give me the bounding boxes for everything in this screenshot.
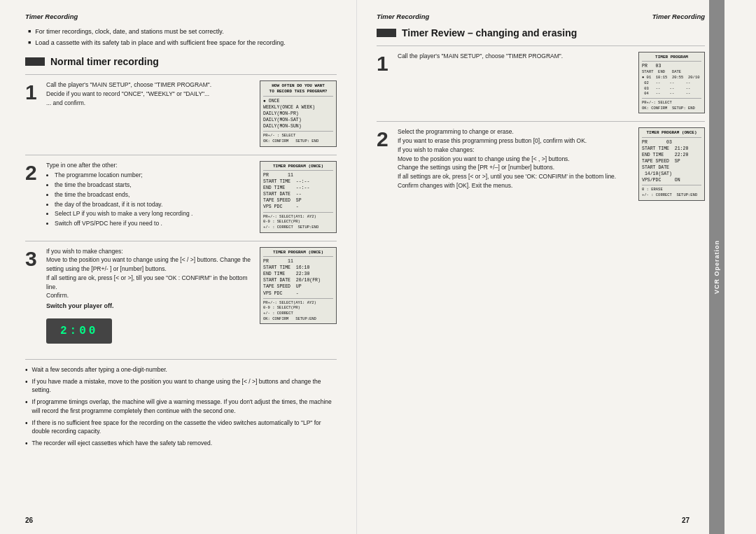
left-page-header: Timer Recording	[25, 13, 337, 20]
step-1-image: HOW OFTEN DO YOU WANTTO RECORD THIS PROG…	[260, 80, 337, 149]
vcr-sidebar-label: VCR Operation	[713, 240, 720, 294]
step-1-content: Call the player's "MAIN SETUP", choose "…	[46, 80, 254, 108]
right-step-2-row: 2 Select the programming to change or er…	[377, 121, 705, 208]
step-3-row: 3 If you wish to make changes: Move to t…	[25, 241, 337, 352]
step-1-row: 1 Call the player's "MAIN SETUP", choose…	[25, 74, 337, 155]
step-1-number: 1	[25, 82, 41, 103]
right-step-2-number: 2	[377, 129, 392, 150]
right-page-header: Timer Recording Timer Recording	[377, 13, 705, 20]
step-2-content: Type in one after the other: The program…	[46, 161, 254, 229]
step-2-row: 2 Type in one after the other: The progr…	[25, 155, 337, 241]
right-step-2-image: TIMER PROGRAM (ONCE) PR 03 START TIME 21…	[638, 127, 705, 202]
note-4: If there is no sufficient free space for…	[25, 419, 337, 437]
step-3-content: If you wish to make changes: Move to the…	[46, 247, 254, 346]
right-step-1-row: 1 Call the player's "MAIN SETUP", choose…	[377, 45, 705, 121]
intro-bullets: For timer recordings, clock, date, and s…	[25, 27, 337, 48]
right-step-1-content: Call the player's "MAIN SETUP", choose "…	[398, 52, 633, 62]
note-1: Wait a few seconds after typing a one-di…	[25, 365, 337, 374]
note-2: If you have made a mistake, move to the …	[25, 377, 337, 395]
right-step-2-screen: TIMER PROGRAM (ONCE) PR 03 START TIME 21…	[638, 127, 705, 200]
step-3-number: 3	[25, 248, 41, 269]
step-2-number: 2	[25, 162, 41, 183]
switch-off-note: Switch your player off.	[46, 302, 254, 311]
notes-section: Wait a few seconds after typing a one-di…	[25, 359, 337, 449]
vcr-operation-sidebar: VCR Operation	[709, 0, 724, 534]
right-steps-area: 1 Call the player's "MAIN SETUP", choose…	[377, 45, 705, 209]
right-page: Timer Recording Timer Recording Timer Re…	[357, 0, 724, 534]
step-3-image: TIMER PROGRAM (ONCE) PR 11 START TIME 16…	[260, 247, 337, 327]
left-header-title: Timer Recording	[25, 13, 78, 20]
intro-bullet-1: For timer recordings, clock, date, and s…	[28, 27, 337, 37]
right-header-title: Timer Recording	[377, 13, 429, 20]
right-step-2-content: Select the programming to change or eras…	[398, 127, 633, 191]
step-2-screen: TIMER PROGRAM (ONCE) PR 11 START TIME --…	[260, 161, 337, 233]
left-section-title: Normal timer recording	[25, 56, 337, 67]
right-page-number: 27	[682, 517, 690, 524]
page-container: Timer Recording For timer recordings, cl…	[0, 0, 756, 534]
intro-bullet-2: Load a cassette with its safety tab in p…	[28, 38, 337, 48]
right-step-1-image: TIMER PROGRAM PR 03 START END DATE ● 01 …	[638, 52, 705, 115]
right-step-1-screen: TIMER PROGRAM PR 03 START END DATE ● 01 …	[638, 52, 705, 113]
right-section-title: Timer Review – changing and erasing	[377, 27, 705, 38]
left-steps-area: 1 Call the player's "MAIN SETUP", choose…	[25, 74, 337, 352]
note-3: If programme timings overlap, the machin…	[25, 398, 337, 416]
right-step-1-number: 1	[377, 53, 392, 74]
left-page-number: 26	[25, 517, 33, 524]
left-page: Timer Recording For timer recordings, cl…	[0, 0, 357, 534]
note-5: The recorder will eject cassettes which …	[25, 439, 337, 448]
step-3-screen: TIMER PROGRAM (ONCE) PR 11 START TIME 16…	[260, 247, 337, 325]
right-header-title-right: Timer Recording	[652, 13, 705, 20]
timer-display: 2:00	[46, 318, 112, 344]
step-1-screen: HOW OFTEN DO YOU WANTTO RECORD THIS PROG…	[260, 80, 337, 147]
step-2-image: TIMER PROGRAM (ONCE) PR 11 START TIME --…	[260, 161, 337, 235]
timer-display-area: 2:00	[46, 316, 254, 346]
